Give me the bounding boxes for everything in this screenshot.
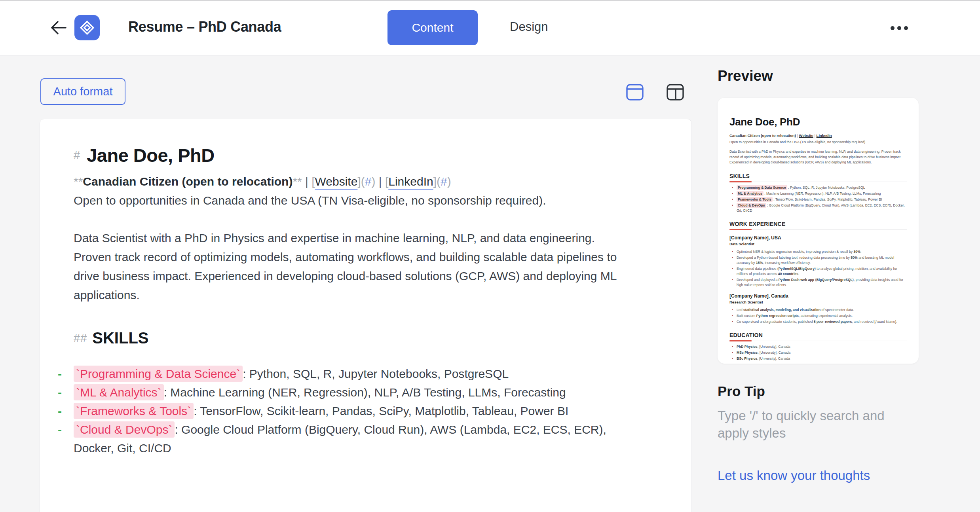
- preview-block: Optimized NER & logistic regression mode…: [729, 249, 907, 288]
- preview-block: Led statistical analysis, modeling, and …: [729, 307, 907, 324]
- layout-two-column-icon[interactable]: [666, 83, 685, 102]
- preview-pv-contact: Canadian Citizen (open to relocation) | …: [729, 133, 907, 138]
- preview-bullet: Programming & Data Science : Python, SQL…: [732, 185, 907, 190]
- h1-markdown-marker: #: [74, 149, 80, 162]
- markdown-editor[interactable]: # Jane Doe, PhD **Canadian Citizen (open…: [40, 119, 692, 512]
- editor-open-line[interactable]: Open to opportunities in Canada and the …: [74, 191, 658, 210]
- preview-pv-name: Jane Doe, PhD: [729, 116, 907, 128]
- tab-content[interactable]: Content: [387, 10, 478, 45]
- preview-bullet: Developed a Python-based labeling tool, …: [732, 255, 907, 265]
- editor-h1[interactable]: # Jane Doe, PhD: [74, 144, 658, 166]
- preview-pv-company: [Company Name], Canada: [729, 293, 907, 299]
- preview-bullet: Frameworks & Tools : TensorFlow, Scikit-…: [732, 197, 907, 202]
- skill-line[interactable]: `Cloud & DevOps`: Google Cloud Platform …: [74, 420, 620, 457]
- ellipsis-icon: [897, 26, 901, 30]
- pro-tip-text: Type '/' to quickly search and apply sty…: [718, 407, 908, 442]
- auto-format-button[interactable]: Auto format: [40, 78, 125, 105]
- back-button[interactable]: [48, 19, 69, 37]
- preview-pv-heading: SKILLS: [729, 173, 907, 182]
- editor-h2[interactable]: ## SKILLS: [74, 329, 658, 347]
- editor-contact-line[interactable]: **Canadian Citizen (open to relocation)*…: [74, 172, 658, 191]
- h2-text: SKILLS: [92, 329, 148, 347]
- preview-bullet: Co-supervised undergraduate students, pu…: [732, 319, 907, 324]
- resume-preview-card: Jane Doe, PhDCanadian Citizen (open to r…: [718, 98, 919, 364]
- editor-skills-list[interactable]: `Programming & Data Science`: Python, SQ…: [74, 364, 658, 457]
- h2-markdown-marker: ##: [74, 332, 87, 345]
- ellipsis-icon: [904, 26, 908, 30]
- preview-pv-role: Research Scientist: [729, 300, 907, 304]
- preview-pv-heading: EDUCATION: [729, 332, 907, 341]
- preview-pv-body: Open to opportunities in Canada and the …: [729, 140, 907, 145]
- preview-pv-company: [Company Name], USA: [729, 235, 907, 241]
- skill-line[interactable]: `Programming & Data Science`: Python, SQ…: [74, 364, 620, 383]
- preview-block: Programming & Data Science : Python, SQL…: [729, 185, 907, 213]
- preview-bullet: Engineered data pipelines (Python/SQL/Bi…: [732, 266, 907, 277]
- pro-tip-heading: Pro Tip: [718, 383, 765, 399]
- preview-bullet: Developed and deployed a Python Dash web…: [732, 277, 907, 288]
- app-window: Resume – PhD Canada Content Design Auto …: [0, 0, 980, 512]
- preview-block: PhD Physics, [University], CanadaMSc Phy…: [729, 344, 907, 361]
- app-logo-icon: [74, 15, 100, 40]
- preview-bullet: BSc Physics, [University], Canada: [732, 356, 907, 361]
- layout-single-column-icon[interactable]: [625, 83, 644, 102]
- preview-bullet: Built custom Python regression scripts, …: [732, 313, 907, 319]
- feedback-link[interactable]: Let us know your thoughts: [718, 468, 870, 483]
- more-menu-button[interactable]: [887, 22, 912, 34]
- tab-design[interactable]: Design: [510, 20, 548, 34]
- editor-summary-paragraph[interactable]: Data Scientist with a PhD in Physics and…: [74, 229, 628, 305]
- preview-bullet: Led statistical analysis, modeling, and …: [732, 307, 907, 313]
- preview-bullet: ML & Analytics : Machine Learning (NER, …: [732, 191, 907, 196]
- back-arrow-icon: [49, 32, 68, 38]
- h1-text: Jane Doe, PhD: [87, 144, 215, 166]
- preview-bullet: MSc Physics, [University], Canada: [732, 350, 907, 355]
- app-header: Resume – PhD Canada Content Design: [0, 0, 980, 56]
- preview-pv-heading: WORK EXPERIENCE: [729, 221, 907, 230]
- skill-line[interactable]: `Frameworks & Tools`: TensorFlow, Scikit…: [74, 402, 620, 420]
- preview-pv-role: Data Scientist: [729, 242, 907, 246]
- preview-bullet: PhD Physics, [University], Canada: [732, 344, 907, 349]
- preview-bullet: Cloud & DevOps : Google Cloud Platform (…: [732, 203, 907, 213]
- preview-pv-body: Data Scientist with a PhD in Physics and…: [729, 149, 907, 165]
- skill-line[interactable]: `ML & Analytics`: Machine Learning (NER,…: [74, 383, 620, 402]
- main-area: Auto format # Jane Doe, PhD **Canadian C…: [0, 56, 980, 512]
- preview-title: Preview: [718, 68, 773, 84]
- ellipsis-icon: [891, 26, 895, 30]
- preview-bullet: Optimized NER & logistic regression mode…: [732, 249, 907, 254]
- document-title: Resume – PhD Canada: [128, 19, 281, 35]
